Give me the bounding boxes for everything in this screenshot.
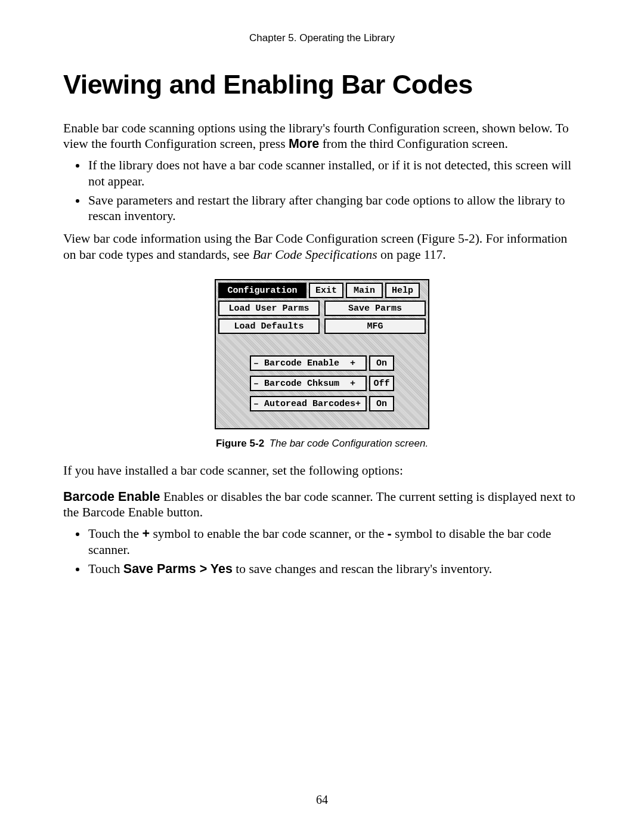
figure-caption: Figure 5-2 The bar code Configuration sc… bbox=[216, 438, 428, 450]
barcode-enable-definition: Barcode Enable Enables or disables the b… bbox=[63, 489, 581, 520]
plus-bold: + bbox=[142, 527, 150, 541]
barcode-chksum-row: – Barcode Chksum + Off bbox=[250, 376, 394, 391]
minus-icon[interactable]: – bbox=[253, 358, 259, 368]
autoread-barcodes-button[interactable]: – Autoread Barcodes+ bbox=[250, 396, 367, 411]
plus-icon[interactable]: + bbox=[350, 358, 355, 368]
screen-row-3: Load Defaults MFG bbox=[218, 318, 426, 334]
bullet-item: Touch Save Parms > Yes to save changes a… bbox=[87, 561, 581, 577]
barcode-enable-value: On bbox=[369, 355, 394, 371]
b2b-1: Touch bbox=[88, 562, 123, 576]
minus-icon[interactable]: – bbox=[253, 399, 259, 409]
plus-icon[interactable]: + bbox=[355, 399, 361, 409]
config-screen: Configuration Exit Main Help Load User P… bbox=[215, 279, 429, 429]
para2-text-2: on page 117. bbox=[377, 247, 446, 262]
barcode-enable-button[interactable]: – Barcode Enable + bbox=[250, 355, 367, 371]
exit-button[interactable]: Exit bbox=[309, 283, 343, 298]
main-button[interactable]: Main bbox=[346, 283, 383, 298]
minus-icon[interactable]: – bbox=[253, 379, 259, 389]
b2a-1: Touch the bbox=[88, 527, 142, 541]
barcode-enable-term: Barcode Enable bbox=[63, 490, 160, 504]
bullet-item: If the library does not have a bar code … bbox=[87, 157, 581, 188]
running-head: Chapter 5. Operating the Library bbox=[63, 32, 581, 44]
load-user-parms-button[interactable]: Load User Parms bbox=[218, 301, 320, 316]
barcode-chksum-value: Off bbox=[369, 376, 394, 391]
para-options-intro: If you have installed a bar code scanner… bbox=[63, 463, 581, 478]
bullet-item: Save parameters and restart the library … bbox=[87, 193, 581, 224]
intro-more-bold: More bbox=[289, 137, 319, 151]
barcode-enable-row: – Barcode Enable + On bbox=[250, 355, 394, 371]
opt-label: Autoread Barcodes bbox=[264, 399, 355, 409]
para-barcode-info: View bar code information using the Bar … bbox=[63, 231, 581, 262]
intro-paragraph: Enable bar code scanning options using t… bbox=[63, 120, 581, 151]
configuration-tab[interactable]: Configuration bbox=[218, 283, 306, 298]
opt-label: Barcode Enable bbox=[264, 358, 339, 368]
para2-italic: Bar Code Specifications bbox=[253, 247, 377, 262]
mfg-button[interactable]: MFG bbox=[324, 318, 426, 334]
screen-top-row: Configuration Exit Main Help bbox=[218, 283, 426, 298]
page-title: Viewing and Enabling Bar Codes bbox=[63, 69, 581, 100]
minus-bold: - bbox=[388, 527, 392, 541]
bullet-item: Touch the + symbol to enable the bar cod… bbox=[87, 526, 581, 557]
save-parms-bold: Save Parms > Yes bbox=[123, 562, 233, 576]
screen-row-2: Load User Parms Save Parms bbox=[218, 301, 426, 316]
intro-bullets: If the library does not have a bar code … bbox=[63, 157, 581, 224]
plus-icon[interactable]: + bbox=[350, 379, 355, 389]
b2a-2: symbol to enable the bar code scanner, o… bbox=[150, 527, 388, 541]
opt-label: Barcode Chksum bbox=[264, 379, 339, 389]
load-defaults-button[interactable]: Load Defaults bbox=[218, 318, 320, 334]
b2b-2: to save changes and rescan the library's… bbox=[233, 562, 492, 576]
autoread-barcodes-value: On bbox=[369, 396, 394, 411]
figure-5-2: Configuration Exit Main Help Load User P… bbox=[63, 279, 581, 450]
page-number: 64 bbox=[0, 793, 644, 807]
save-parms-button[interactable]: Save Parms bbox=[324, 301, 426, 316]
autoread-barcodes-row: – Autoread Barcodes+ On bbox=[250, 396, 394, 411]
intro-text-2: from the third Configuration screen. bbox=[319, 137, 507, 151]
figure-number: Figure 5-2 bbox=[216, 438, 264, 449]
screen-options: – Barcode Enable + On – Barcode Chksum +… bbox=[218, 355, 426, 411]
help-button[interactable]: Help bbox=[385, 283, 420, 298]
barcode-enable-bullets: Touch the + symbol to enable the bar cod… bbox=[63, 526, 581, 577]
figure-text: The bar code Configuration screen. bbox=[270, 438, 429, 449]
barcode-chksum-button[interactable]: – Barcode Chksum + bbox=[250, 376, 367, 391]
